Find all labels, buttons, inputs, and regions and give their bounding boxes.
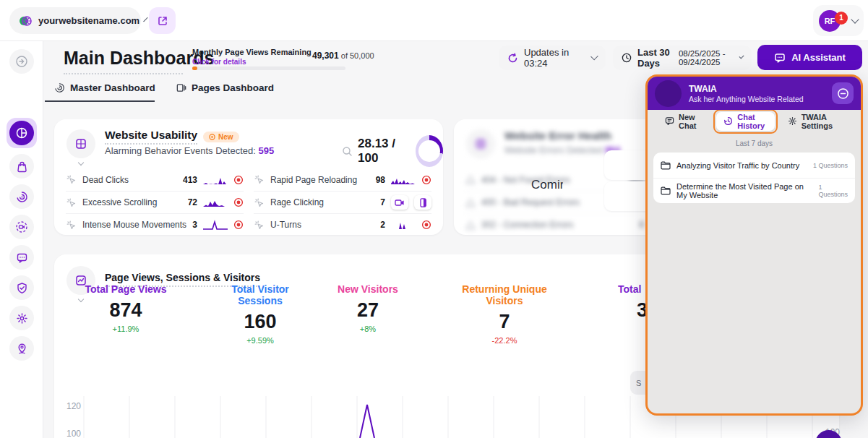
usability-metric-row[interactable]: Intense Mouse Movements 3 [66, 213, 244, 236]
open-website-button[interactable] [149, 7, 176, 34]
usability-score-gauge [416, 135, 443, 167]
usability-metric-row[interactable]: U-Turns 2 [254, 213, 431, 236]
sparkline [203, 197, 228, 207]
chevron-down-icon [851, 15, 859, 23]
ai-assistant-button[interactable]: AI Assistant [757, 45, 862, 70]
tab-new-chat[interactable]: New Chat [658, 112, 710, 131]
website-selector[interactable]: yourwebsitename.com [9, 7, 141, 34]
history-item-label: Determine the Most Visited Page on My We… [676, 182, 812, 199]
watch-recording-button[interactable] [391, 195, 408, 210]
metric-value: 98 [376, 175, 385, 185]
sidebar-item-settings[interactable] [9, 306, 34, 330]
clock-icon [622, 53, 632, 63]
record-icon[interactable] [233, 175, 244, 185]
minimize-panel-button[interactable] [832, 82, 854, 104]
metric-label: Intense Mouse Movements [82, 220, 186, 230]
metric-returning-unique-visitors[interactable]: Returning Unique Visitors7-22.2% [447, 283, 562, 345]
warning-triangle-icon [465, 175, 476, 184]
settings-gear-icon [16, 312, 28, 325]
chevron-down-icon [739, 53, 744, 59]
alarming-events-count: 595 [258, 145, 274, 156]
sidebar-item-security[interactable] [9, 275, 34, 300]
visitor-pin-icon [16, 343, 28, 355]
sidebar-item-store[interactable] [9, 154, 34, 179]
metric-total-page-views[interactable]: Total Page Views874+11.9% [80, 283, 172, 333]
sidebar-item-recordings[interactable] [9, 215, 34, 239]
usability-metric-row[interactable]: Rapid Page Reloading 98 [254, 168, 431, 191]
y-axis-tick: 120 [66, 401, 81, 411]
warning-triangle-icon [465, 220, 476, 230]
history-item-meta: 1 Questions [818, 184, 848, 198]
metric-value: 413 [183, 175, 197, 185]
monthly-views-progressbar [192, 66, 345, 70]
refresh-icon [507, 53, 518, 64]
error-health-subtitle: Website Errors Detected 864 [504, 145, 620, 155]
tab-pages-dashboard[interactable]: Pages Dashboard [176, 82, 274, 93]
metric-value: 3 [192, 220, 197, 230]
twaia-avatar [655, 80, 682, 107]
sidebar-item-chat[interactable] [9, 245, 34, 270]
sidebar-nav [0, 41, 43, 438]
monthly-views-progress-fill [192, 66, 197, 70]
tab-twaia-settings[interactable]: TWAIA Settings [781, 112, 851, 131]
avatar: RF 1 [819, 10, 841, 32]
updates-timer-dropdown[interactable]: Updates in 03:24 [499, 46, 606, 70]
usability-metric-row[interactable]: Rage Clicking 7 [254, 191, 431, 213]
tab-label: New Chat [679, 113, 703, 130]
click-cursor-icon [254, 220, 265, 231]
coming-soon-overlay: Coming Soon [531, 178, 563, 192]
date-range-picker[interactable]: Last 30 Days 08/25/2025 - 09/24/2025 [613, 46, 752, 70]
sidebar-item-performance[interactable] [9, 184, 34, 209]
usability-metric-row[interactable]: Excessive Scrolling 72 [66, 191, 244, 213]
usability-metric-row[interactable]: Dead Clicks 413 [66, 168, 244, 191]
record-icon[interactable] [233, 197, 244, 207]
settings-gear-icon [788, 116, 797, 126]
error-value: 0 [639, 220, 644, 230]
metric-value: 7 [380, 197, 385, 207]
website-name: yourwebsitename.com [38, 15, 139, 26]
click-cursor-icon [66, 220, 77, 231]
usability-card-icon[interactable] [66, 129, 95, 165]
usability-title: Website Usability [105, 129, 197, 145]
new-badge: New [203, 132, 239, 142]
chat-history-item[interactable]: Analyzing Visitor Traffic by Country 1 Q… [653, 153, 855, 178]
chat-bubble-icon [16, 252, 28, 264]
record-icon[interactable] [421, 220, 431, 230]
history-item-meta: 1 Questions [813, 162, 848, 169]
sparkline [391, 220, 416, 230]
mobile-phone-icon [420, 198, 426, 207]
sidebar-item-visitors[interactable] [9, 336, 34, 361]
collapse-icon [15, 55, 28, 68]
metric-label: Excessive Scrolling [82, 197, 157, 207]
chat-history-item[interactable]: Determine the Most Visited Page on My We… [653, 178, 855, 203]
click-cursor-icon [66, 197, 77, 208]
magnifier-icon [342, 146, 353, 157]
device-view-button[interactable] [414, 195, 431, 210]
store-bag-icon [16, 160, 28, 173]
monthly-views-details-link[interactable]: Click for details [192, 58, 246, 66]
session-record-icon [15, 220, 28, 233]
click-cursor-icon [254, 174, 265, 185]
monthly-views-value: 49,301 of 50,000 [312, 51, 374, 61]
website-usability-card: Website Usability New Alarming Behavior … [54, 119, 443, 235]
history-item-label: Analyzing Visitor Traffic by Country [676, 161, 799, 170]
tab-label: Chat History [737, 113, 767, 130]
folder-icon [661, 161, 671, 170]
error-row: 302 - Connection Errors 0 [465, 213, 659, 236]
tab-chat-history[interactable]: Chat History [716, 112, 774, 131]
record-icon[interactable] [233, 220, 244, 230]
twaia-assistant-panel: TWAIA Ask her Anything Website Related N… [645, 74, 863, 416]
active-tab-highlight: Chat History [713, 109, 777, 134]
metric-total-visitor-sessions[interactable]: Total Visitor Sessions160+9.59% [210, 283, 311, 345]
user-menu[interactable]: RF 1 [813, 5, 864, 36]
title-underline [64, 73, 183, 74]
sidebar-item-dashboards[interactable] [7, 118, 37, 148]
record-icon[interactable] [421, 175, 431, 185]
sidebar-collapse-button[interactable] [9, 49, 34, 74]
shield-check-icon [16, 282, 28, 294]
y-axis-tick: 100 [66, 429, 81, 438]
notification-badge: 1 [835, 12, 848, 25]
tab-master-dashboard[interactable]: Master Dashboard [54, 82, 155, 93]
metric-new-visitors[interactable]: New Visitors27+8% [329, 283, 407, 333]
pages-dashboard-icon [176, 82, 186, 93]
